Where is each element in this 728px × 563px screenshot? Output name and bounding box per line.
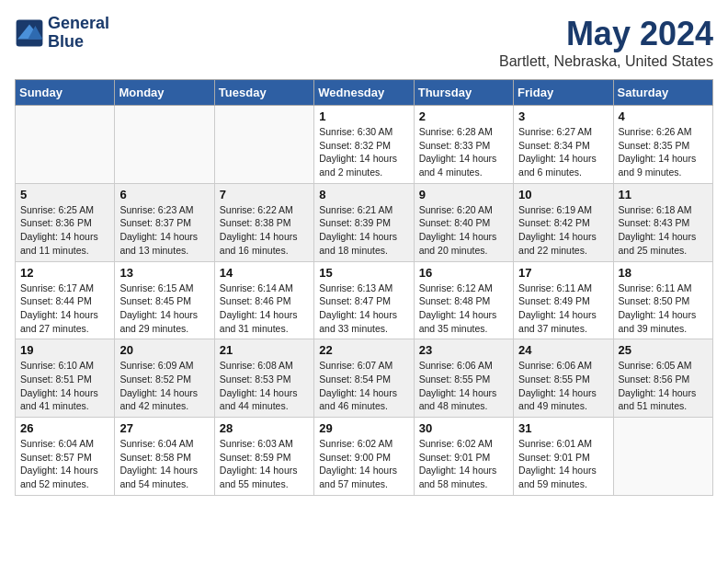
calendar-cell: 4Sunrise: 6:26 AMSunset: 8:35 PMDaylight… [613, 106, 712, 184]
cell-line: Sunrise: 6:27 AM [518, 125, 608, 139]
calendar-table: SundayMondayTuesdayWednesdayThursdayFrid… [15, 79, 713, 496]
cell-line: and 48 minutes. [419, 399, 508, 413]
cell-line: Sunrise: 6:10 AM [20, 359, 109, 373]
cell-line: and 46 minutes. [319, 399, 408, 413]
calendar-week-row: 19Sunrise: 6:10 AMSunset: 8:51 PMDayligh… [16, 339, 713, 418]
cell-line: Daylight: 14 hours [419, 386, 508, 400]
calendar-header-row: SundayMondayTuesdayWednesdayThursdayFrid… [16, 80, 713, 106]
cell-line: Sunset: 8:37 PM [119, 216, 209, 230]
day-number: 22 [319, 343, 408, 357]
cell-line: Daylight: 14 hours [20, 230, 109, 244]
cell-line: Sunset: 8:44 PM [20, 294, 109, 308]
cell-line: Sunrise: 6:05 AM [619, 359, 708, 373]
cell-line: Daylight: 14 hours [119, 386, 209, 400]
cell-line: and 54 minutes. [119, 477, 209, 491]
header: General Blue May 2024 Bartlett, Nebraska… [15, 15, 713, 70]
calendar-cell: 31Sunrise: 6:01 AMSunset: 9:01 PMDayligh… [514, 418, 613, 496]
cell-line: Daylight: 14 hours [319, 464, 408, 477]
day-number: 18 [619, 266, 708, 280]
cell-line: Sunrise: 6:13 AM [319, 282, 408, 295]
cell-line: Sunset: 8:40 PM [419, 216, 508, 230]
day-number: 14 [220, 266, 309, 280]
cell-line: and 27 minutes. [20, 322, 109, 336]
cell-line: Sunrise: 6:17 AM [20, 282, 109, 295]
cell-line: Sunset: 8:50 PM [619, 294, 708, 308]
day-number: 13 [119, 266, 209, 280]
day-number: 19 [20, 343, 109, 357]
calendar-cell: 25Sunrise: 6:05 AMSunset: 8:56 PMDayligh… [613, 339, 712, 418]
calendar-header-day: Thursday [414, 80, 513, 106]
cell-line: Daylight: 14 hours [220, 308, 309, 322]
calendar-cell [214, 106, 313, 184]
cell-line: and 20 minutes. [419, 244, 508, 258]
cell-line: Sunset: 9:01 PM [419, 451, 508, 465]
day-number: 5 [20, 188, 109, 201]
cell-line: and 18 minutes. [319, 244, 408, 258]
cell-line: Sunset: 8:53 PM [220, 373, 309, 386]
cell-line: Sunset: 8:38 PM [220, 216, 309, 230]
cell-line: Daylight: 14 hours [319, 308, 408, 322]
cell-line: Daylight: 14 hours [518, 386, 608, 400]
cell-line: Daylight: 14 hours [619, 230, 708, 244]
cell-line: Daylight: 14 hours [518, 152, 608, 166]
day-number: 17 [518, 266, 608, 280]
calendar-cell: 13Sunrise: 6:15 AMSunset: 8:45 PMDayligh… [115, 261, 214, 339]
cell-line: and 33 minutes. [319, 322, 408, 336]
cell-line: Sunrise: 6:03 AM [220, 437, 309, 451]
logo-line2: Blue [48, 33, 109, 52]
cell-line: Daylight: 14 hours [619, 386, 708, 400]
cell-line: and 41 minutes. [20, 399, 109, 413]
calendar-week-row: 12Sunrise: 6:17 AMSunset: 8:44 PMDayligh… [16, 261, 713, 339]
cell-line: Sunset: 8:54 PM [319, 373, 408, 386]
cell-line: Sunrise: 6:30 AM [319, 125, 408, 139]
day-number: 29 [319, 421, 408, 435]
day-number: 4 [619, 109, 708, 123]
calendar-cell: 24Sunrise: 6:06 AMSunset: 8:55 PMDayligh… [514, 339, 613, 418]
day-number: 30 [419, 421, 508, 435]
calendar-cell: 7Sunrise: 6:22 AMSunset: 8:38 PMDaylight… [214, 183, 313, 261]
logo: General Blue [15, 15, 109, 52]
cell-line: Sunset: 8:33 PM [419, 139, 508, 153]
cell-line: Sunset: 9:01 PM [518, 451, 608, 465]
cell-line: Sunset: 8:59 PM [220, 451, 309, 465]
day-number: 3 [518, 109, 608, 123]
cell-line: Sunset: 8:45 PM [119, 294, 209, 308]
cell-line: Sunset: 8:39 PM [319, 216, 408, 230]
cell-line: Sunrise: 6:02 AM [419, 437, 508, 451]
day-number: 12 [20, 266, 109, 280]
day-number: 31 [518, 421, 608, 435]
day-number: 20 [119, 343, 209, 357]
cell-line: and 49 minutes. [518, 399, 608, 413]
cell-line: Daylight: 14 hours [419, 152, 508, 166]
cell-line: Daylight: 14 hours [518, 464, 608, 477]
cell-line: Sunrise: 6:06 AM [419, 359, 508, 373]
cell-line: and 4 minutes. [419, 166, 508, 179]
cell-line: Sunrise: 6:01 AM [518, 437, 608, 451]
day-number: 16 [419, 266, 508, 280]
calendar-cell: 1Sunrise: 6:30 AMSunset: 8:32 PMDaylight… [314, 106, 414, 184]
calendar-cell: 23Sunrise: 6:06 AMSunset: 8:55 PMDayligh… [414, 339, 513, 418]
calendar-week-row: 26Sunrise: 6:04 AMSunset: 8:57 PMDayligh… [16, 418, 713, 496]
calendar-body: 1Sunrise: 6:30 AMSunset: 8:32 PMDaylight… [16, 106, 713, 496]
cell-line: Sunset: 8:47 PM [319, 294, 408, 308]
cell-line: Daylight: 14 hours [419, 230, 508, 244]
cell-line: Sunrise: 6:28 AM [419, 125, 508, 139]
cell-line: Sunset: 8:43 PM [619, 216, 708, 230]
cell-line: Sunset: 8:58 PM [119, 451, 209, 465]
calendar-cell [16, 106, 115, 184]
day-number: 9 [419, 188, 508, 201]
calendar-cell: 21Sunrise: 6:08 AMSunset: 8:53 PMDayligh… [214, 339, 313, 418]
day-number: 1 [319, 109, 408, 123]
cell-line: Sunset: 8:46 PM [220, 294, 309, 308]
cell-line: Sunrise: 6:15 AM [119, 282, 209, 295]
calendar-cell: 28Sunrise: 6:03 AMSunset: 8:59 PMDayligh… [214, 418, 313, 496]
cell-line: and 44 minutes. [220, 399, 309, 413]
day-number: 23 [419, 343, 508, 357]
cell-line: Sunset: 8:42 PM [518, 216, 608, 230]
cell-line: and 58 minutes. [419, 477, 508, 491]
cell-line: Daylight: 14 hours [419, 464, 508, 477]
cell-line: Daylight: 14 hours [619, 308, 708, 322]
cell-line: Sunset: 8:49 PM [518, 294, 608, 308]
cell-line: and 22 minutes. [518, 244, 608, 258]
cell-line: Daylight: 14 hours [319, 230, 408, 244]
